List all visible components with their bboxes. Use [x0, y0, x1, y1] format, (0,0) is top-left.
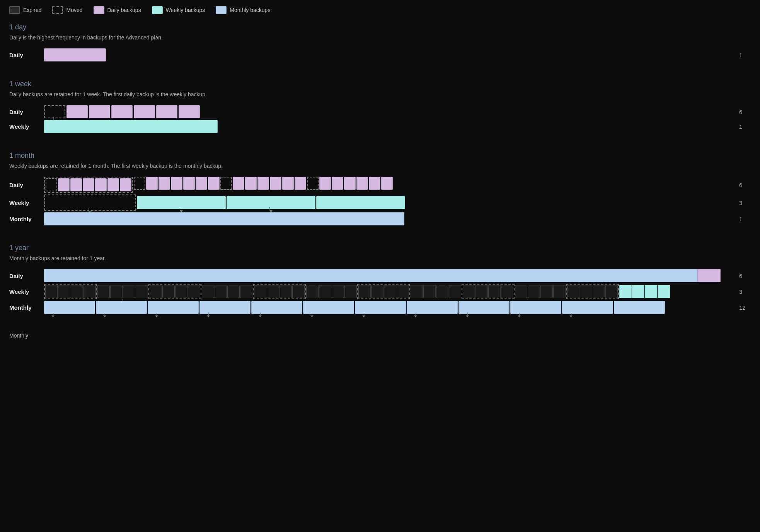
- arrow-m6: [310, 313, 314, 317]
- daily-block-w2: [89, 105, 110, 118]
- year-monthly-m6: [303, 301, 354, 314]
- weekly-bar-m2: [227, 196, 315, 209]
- year-monthly-m12: [614, 301, 665, 314]
- row-label-weekly: Weekly: [9, 123, 44, 130]
- arrow-m5: [259, 313, 262, 317]
- row-bars-1month-monthly: [44, 212, 735, 225]
- row-1year-daily: Daily 6: [9, 269, 751, 282]
- row-bars-1month-weekly: [44, 194, 735, 211]
- year-weekly-grp7: [357, 284, 410, 299]
- weekly-moved-inner: [46, 196, 135, 209]
- row-count-1year-weekly: 3: [739, 288, 751, 295]
- daily-bar-1day: [44, 48, 106, 61]
- year-weekly-grp11: [566, 284, 619, 299]
- month-daily10: [183, 177, 195, 190]
- year-daily-main: [44, 269, 697, 282]
- section-1month-title: 1 month: [9, 152, 751, 160]
- month-daily23: [369, 177, 380, 190]
- row-1month-daily: Daily: [9, 177, 751, 193]
- row-1month-monthly: Monthly 1: [9, 212, 751, 225]
- yw31: [436, 285, 448, 298]
- row-count-1week-weekly: 1: [739, 123, 751, 130]
- year-monthly-m7: [355, 301, 406, 314]
- row-1week-daily: Daily 6: [9, 105, 751, 118]
- month-daily9: [171, 177, 182, 190]
- month-moved1: [46, 178, 57, 191]
- row-1year-monthly: Monthly: [9, 301, 751, 314]
- row-count-1month-weekly: 3: [739, 200, 751, 206]
- legend-weekly-label: Weekly backups: [166, 7, 205, 13]
- section-1year: 1 year Monthly backups are retained for …: [9, 244, 751, 314]
- section-1day: 1 day Daily is the highest frequency in …: [9, 23, 751, 61]
- yw13: [202, 285, 214, 298]
- arrow-line5: [260, 313, 261, 315]
- row-1year-weekly: Weekly: [9, 284, 751, 299]
- arrow-head10: [518, 315, 521, 317]
- month-daily17: [282, 177, 294, 190]
- arrow-m10: [518, 313, 521, 317]
- yw45: [619, 285, 632, 298]
- row-count-1year-monthly: 12: [739, 304, 751, 311]
- month-daily14: [245, 177, 257, 190]
- row-bars-1year-weekly: [44, 284, 735, 299]
- month-daily19: [319, 177, 331, 190]
- yw26: [371, 285, 383, 298]
- yw17: [254, 285, 266, 298]
- arrow-m9: [466, 313, 469, 317]
- moved-block-week: [44, 105, 65, 118]
- arrow-line8: [416, 313, 416, 315]
- year-weekly-grp1: [44, 284, 97, 299]
- month-daily5: [107, 178, 119, 191]
- arrow-m1: [51, 313, 55, 317]
- month-daily16: [270, 177, 281, 190]
- section-1month-desc: Weekly backups are retained for 1 month.…: [9, 163, 751, 169]
- arrow-head9: [466, 315, 469, 317]
- month-daily20: [332, 177, 343, 190]
- arrow-head5: [259, 315, 262, 317]
- yw44: [605, 285, 618, 298]
- yw4: [83, 285, 96, 298]
- section-1day-desc: Daily is the highest frequency in backup…: [9, 34, 751, 41]
- arrow-head4: [207, 315, 210, 317]
- month-moved3: [220, 177, 232, 190]
- legend-monthly-label: Monthly backups: [230, 7, 270, 13]
- arrow-m4: [207, 313, 210, 317]
- yw8: [136, 285, 148, 298]
- year-monthly-m2: [96, 301, 147, 314]
- month-daily7: [146, 177, 158, 190]
- arrow-line9: [467, 313, 468, 315]
- weekly-swatch: [152, 6, 163, 14]
- yw29: [411, 285, 423, 298]
- arrow-head3: [155, 315, 158, 317]
- yw47: [645, 285, 657, 298]
- yw40: [553, 285, 566, 298]
- expired-swatch: [9, 6, 20, 14]
- legend: Expired Moved Daily backups Weekly backu…: [9, 6, 751, 14]
- weekly-moved-block: [44, 194, 136, 211]
- month-moved2: [134, 177, 145, 190]
- arrow-m11: [569, 313, 573, 317]
- row-label-month-monthly: Monthly: [9, 216, 44, 222]
- legend-expired: Expired: [9, 6, 41, 14]
- yw43: [593, 285, 605, 298]
- arrow-head1: [51, 315, 55, 317]
- month-daily11: [196, 177, 207, 190]
- legend-moved: Moved: [52, 6, 82, 14]
- daily-block-w6: [179, 105, 200, 118]
- moved-block: [44, 105, 65, 118]
- month-group4: [307, 177, 393, 193]
- month-daily22: [356, 177, 368, 190]
- month-daily8: [158, 177, 170, 190]
- year-daily-end: [697, 269, 721, 282]
- month-daily13: [233, 177, 244, 190]
- legend-daily-label: Daily backups: [107, 7, 141, 13]
- yw25: [358, 285, 371, 298]
- section-1week-desc: Daily backups are retained for 1 week. T…: [9, 91, 751, 97]
- arrow-head11: [569, 315, 573, 317]
- year-monthly-container: [44, 301, 721, 314]
- row-label-month-weekly: Weekly: [9, 200, 44, 206]
- month-daily3: [83, 178, 94, 191]
- yw2: [58, 285, 70, 298]
- arrow-head2: [103, 315, 106, 317]
- section-1week: 1 week Daily backups are retained for 1 …: [9, 80, 751, 133]
